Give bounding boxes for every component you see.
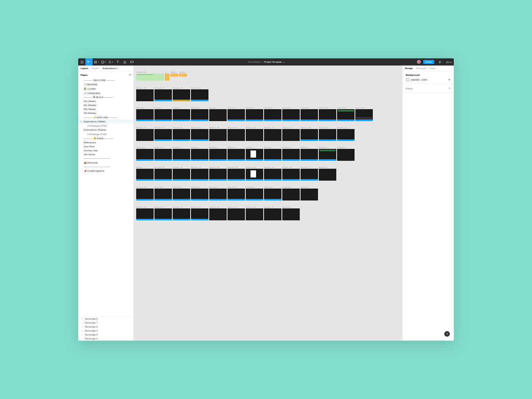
comment-tool[interactable] (128, 58, 135, 66)
canvas-frame[interactable]: iPad mini - 58 (191, 87, 208, 101)
canvas-frame[interactable]: iPad mini - 37 (227, 127, 245, 141)
canvas-frame[interactable]: iPad mini - 45 (264, 166, 281, 181)
canvas-frame[interactable]: Hardware d… (282, 206, 300, 220)
breadcrumb[interactable]: Foundations / Project Template ▾ (248, 61, 284, 64)
canvas-frame[interactable]: iPad mini - 51 (154, 206, 172, 220)
canvas-frame[interactable]: Setup Tap &… (264, 186, 281, 200)
canvas-frame[interactable]: Setup Tap &… (173, 186, 190, 200)
canvas-frame[interactable]: iPad mini - 21 (136, 127, 154, 141)
page-item[interactable]: 📋 README (78, 82, 133, 87)
canvas-frame[interactable]: iPad mini - 56 (246, 206, 263, 220)
tab-design[interactable]: Design (405, 67, 413, 69)
page-item[interactable]: --------------------------------- (78, 165, 133, 169)
canvas-frame[interactable]: iPad mini - 26 (136, 87, 154, 101)
canvas-frame[interactable]: Reading car… (246, 107, 263, 121)
canvas-frame[interactable]: Order compl… (355, 107, 373, 121)
page-item[interactable]: ----------- 🛠 BUILD ----------- (78, 95, 133, 99)
help-button[interactable]: ? (444, 331, 450, 337)
template-note[interactable]: Template … (179, 71, 187, 81)
canvas-frame[interactable]: iPad mini - 23 (246, 127, 263, 141)
canvas-frame[interactable]: Checkout - … (173, 107, 190, 121)
layer-item[interactable]: Rectangle 5 (78, 317, 133, 321)
canvas-frame[interactable]: iPad mini - 52 (173, 206, 190, 220)
template-note[interactable]: Te… (165, 71, 170, 81)
hand-tool[interactable] (121, 58, 128, 66)
tab-prototype[interactable]: Prototype (416, 67, 426, 69)
page-item[interactable]: Explorations (Tablet) (78, 120, 133, 123)
canvas-frame[interactable]: Hardware d… (319, 166, 336, 181)
page-item[interactable]: ----------- 🧭 EXPLORE ----------- (78, 115, 133, 120)
page-item[interactable]: 🔎 OVERVIEW (78, 91, 133, 95)
template-note[interactable]: Template Note (136, 71, 164, 81)
canvas-frame[interactable]: iPad mini - 39 (154, 166, 172, 181)
page-item[interactable]: ----------- 🤔 THINK ----------- (78, 136, 133, 141)
canvas-frame[interactable]: iPad mini - 35 (337, 127, 355, 141)
page-item[interactable]: ↪ Prototype 07/20 (78, 123, 133, 128)
canvas-frame[interactable]: Start Check… (136, 107, 154, 121)
canvas-frame[interactable]: iPad mini - 38 (209, 127, 227, 141)
canvas-frame[interactable]: Order compl… (337, 107, 355, 121)
canvas-frame[interactable]: Hardware d… (301, 186, 318, 200)
canvas-frame[interactable]: BT Printer s… (227, 146, 245, 161)
canvas-frame[interactable]: iPad mini - 44 (246, 166, 263, 181)
page-item[interactable]: 📗 COVER (78, 87, 133, 91)
canvas-frame[interactable]: iPad mini - 25 (264, 127, 281, 141)
canvas-frame[interactable]: Secure hard… (136, 146, 154, 161)
canvas-frame[interactable]: BT Printer s… (301, 146, 318, 161)
tab-page-crumb[interactable]: Explorations (... (103, 67, 120, 69)
background-hex[interactable]: E5E5E5 (411, 79, 420, 81)
page-item[interactable]: ↪ Prototype 07/20 (78, 132, 133, 136)
canvas-frame[interactable]: Setup card r… (154, 186, 172, 200)
add-export-button[interactable]: + (449, 87, 451, 90)
canvas-frame[interactable]: Checkout - … (154, 107, 172, 121)
canvas-frame[interactable]: BT Printer s… (319, 146, 336, 161)
present-button[interactable] (437, 58, 444, 66)
canvas-frame[interactable]: iPad mini - 24 (282, 127, 300, 141)
background-swatch[interactable] (406, 78, 409, 81)
canvas-frame[interactable]: iPad mini - 53 (191, 206, 208, 220)
canvas-frame[interactable]: BT Printer s… (191, 146, 208, 161)
canvas-frame[interactable]: iPad mini - 29 (154, 87, 172, 101)
canvas-frame[interactable]: BT Printer s… (264, 146, 281, 161)
canvas-frame[interactable]: iPad mini - 55 (227, 206, 245, 220)
canvas-frame[interactable]: BT Printer s… (246, 146, 263, 161)
canvas-frame[interactable]: Card reader… (191, 107, 208, 121)
canvas-frame[interactable]: iPad mini - 59 (191, 127, 208, 141)
page-item[interactable]: References (78, 141, 133, 145)
canvas-frame[interactable]: Hardware d… (337, 146, 355, 161)
zoom-level[interactable]: 8% ▾ (446, 61, 451, 64)
canvas-frame[interactable]: Setup Tap &… (227, 186, 245, 200)
tab-layers[interactable]: Layers (81, 67, 88, 69)
pen-tool[interactable]: ▾ (107, 58, 114, 66)
layer-item[interactable]: Rectangle 2 (78, 337, 133, 341)
page-item[interactable]: 📌 COMPONENTS (78, 169, 133, 173)
page-item[interactable]: M1 (Mobile) (78, 103, 133, 107)
tab-assets[interactable]: Assets* (91, 67, 99, 69)
canvas-frame[interactable]: Start Check… (264, 107, 281, 121)
layer-item[interactable]: Rectangle 4 (78, 329, 133, 333)
canvas-frame[interactable]: BT Printer s… (209, 146, 227, 161)
move-tool[interactable]: ▾ (85, 58, 93, 66)
page-item[interactable]: --------------------------------- (78, 156, 133, 160)
template-note[interactable]: Templat… (170, 71, 178, 81)
add-page-button[interactable]: + (129, 73, 131, 77)
canvas-frame[interactable]: Setup Tap &… (191, 186, 208, 200)
layer-item[interactable]: Rectangle 3 (78, 333, 133, 337)
page-item[interactable]: M2 (Mobile) (78, 111, 133, 115)
canvas-frame[interactable]: iPad mini - 42 (209, 166, 227, 181)
shape-tool[interactable]: ▾ (100, 58, 107, 66)
canvas-frame[interactable]: iPad mini - 49 (136, 186, 154, 200)
page-item[interactable]: User Flow (78, 145, 133, 148)
layer-item[interactable]: Rectangle 7 (78, 321, 133, 325)
canvas-frame[interactable]: iPad mini - 41 (191, 166, 208, 181)
canvas-frame[interactable]: Processing … (301, 107, 318, 121)
avatar[interactable] (417, 60, 421, 64)
canvas-frame[interactable]: iPad mini - 34 (319, 127, 336, 141)
background-opacity[interactable]: 100% (421, 79, 427, 81)
page-item[interactable]: ----------- WELCOME ----------- (78, 78, 133, 82)
menu-button[interactable] (78, 58, 85, 66)
page-item[interactable]: M1 (Tablet) (78, 99, 133, 103)
page-item[interactable]: Explorations (Mobile) (78, 128, 133, 132)
visibility-icon[interactable]: 👁 (448, 79, 451, 81)
canvas-frame[interactable]: iPad mini - 47 (301, 166, 318, 181)
